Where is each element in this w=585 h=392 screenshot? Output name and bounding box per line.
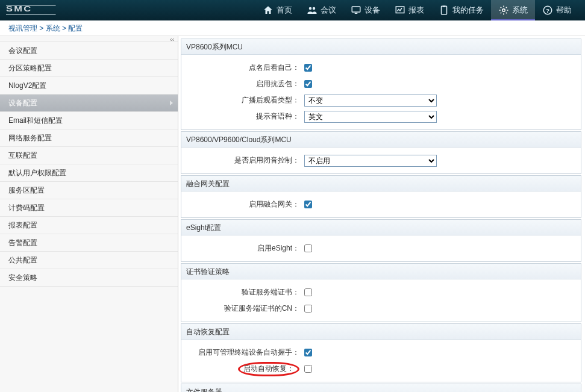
nav-label: 首页 <box>277 5 292 16</box>
sidebar-list: 会议配置 分区策略配置 NlogV2配置 设备配置 Email和短信配置 网络服… <box>0 42 178 287</box>
svg-rect-4 <box>355 13 358 14</box>
nav-label: 会议 <box>321 5 336 16</box>
sidebar-item-interconnect[interactable]: 互联配置 <box>0 147 178 164</box>
label-broadcast-view: 广播后观看类型： <box>181 95 302 105</box>
nav-home[interactable]: 首页 <box>255 0 299 20</box>
content-area: VP8600系列MCU 点名后看自己： 启用抗丢包： 广播后观看类型： 不变 提… <box>178 36 585 392</box>
label-enable-fusion: 启用融合网关： <box>181 199 302 210</box>
svg-rect-1 <box>6 5 56 6</box>
top-header: SMC 首页 会议 设备 报表 我的任务 系统 ? <box>0 0 585 20</box>
nav-label: 报表 <box>408 5 424 16</box>
sidebar-item-network[interactable]: 网络服务配置 <box>0 129 178 147</box>
svg-text:?: ? <box>546 7 549 14</box>
home-icon <box>263 5 274 16</box>
sidebar-item-default-perm[interactable]: 默认用户权限配置 <box>0 164 178 182</box>
svg-point-8 <box>502 9 505 12</box>
panel-fusion-gateway: 融合网关配置 启用融合网关： <box>181 175 581 218</box>
panel-cert-policy: 证书验证策略 验证服务端证书： 验证服务端证书的CN： <box>181 263 581 322</box>
label-auto-handshake: 启用可管理终端设备自动握手： <box>181 347 302 358</box>
panel-title: VP8600系列MCU <box>181 39 581 55</box>
checkbox-auto-recovery[interactable] <box>304 365 312 373</box>
svg-rect-2 <box>6 14 56 15</box>
main: ‹‹ 会议配置 分区策略配置 NlogV2配置 设备配置 Email和短信配置 … <box>0 36 585 392</box>
sidebar-item-zone-policy[interactable]: 分区策略配置 <box>0 60 178 77</box>
meeting-icon <box>307 5 318 16</box>
select-prompt-lang[interactable]: 英文 <box>304 111 437 123</box>
panel-vp8600-mcu: VP8600系列MCU 点名后看自己： 启用抗丢包： 广播后观看类型： 不变 提… <box>181 39 581 130</box>
label-mute-control: 是否启用闭音控制： <box>181 155 302 166</box>
nav-tasks[interactable]: 我的任务 <box>431 0 491 20</box>
help-icon: ? <box>542 5 553 16</box>
panel-title: 证书验证策略 <box>181 264 581 279</box>
checkbox-verify-cert[interactable] <box>304 288 312 296</box>
sidebar-item-public[interactable]: 公共配置 <box>0 252 178 269</box>
panel-esight: eSight配置 启用eSight： <box>181 219 581 262</box>
checkbox-enable-fusion[interactable] <box>304 201 312 208</box>
label-auto-recovery: 启动自动恢复： <box>181 362 302 376</box>
checkbox-auto-handshake[interactable] <box>304 349 312 356</box>
svg-text:SMC: SMC <box>6 5 32 13</box>
logo: SMC <box>6 5 187 16</box>
checkbox-enable-esight[interactable] <box>304 244 312 252</box>
sidebar-item-report-config[interactable]: 报表配置 <box>0 217 178 234</box>
panel-vp8600-9600-cloud: VP8600/VP9600/Cloud系列MCU 是否启用闭音控制： 不启用 <box>181 131 581 174</box>
nav-label: 系统 <box>512 5 528 16</box>
nav-help[interactable]: ? 帮助 <box>535 0 579 20</box>
report-icon <box>395 5 405 16</box>
logo-svg: SMC <box>6 5 78 16</box>
checkbox-verify-cn[interactable] <box>304 305 312 313</box>
sidebar: ‹‹ 会议配置 分区策略配置 NlogV2配置 设备配置 Email和短信配置 … <box>0 36 178 392</box>
nav-meeting[interactable]: 会议 <box>299 0 343 20</box>
sidebar-item-email-sms[interactable]: Email和短信配置 <box>0 112 178 129</box>
label-anti-loss: 启用抗丢包： <box>181 79 302 89</box>
nav-device[interactable]: 设备 <box>343 0 387 20</box>
svg-rect-5 <box>396 7 404 13</box>
top-nav: 首页 会议 设备 报表 我的任务 系统 ? 帮助 <box>255 0 579 20</box>
checkbox-rollcall-self[interactable] <box>304 64 312 72</box>
panel-auto-recovery: 自动恢复配置 启用可管理终端设备自动握手： 启动自动恢复： <box>181 323 581 382</box>
svg-rect-6 <box>442 6 447 14</box>
checkbox-anti-loss[interactable] <box>304 80 312 88</box>
label-verify-cert: 验证服务端证书： <box>181 287 302 297</box>
highlight-annotation: 启动自动恢复： <box>238 362 299 376</box>
svg-rect-7 <box>443 6 446 7</box>
nav-label: 我的任务 <box>452 5 484 16</box>
nav-label: 设备 <box>364 5 380 16</box>
sidebar-item-security[interactable]: 安全策略 <box>0 269 178 287</box>
sidebar-item-billing[interactable]: 计费码配置 <box>0 199 178 217</box>
panel-title: 文件服务器 <box>181 384 581 392</box>
nav-system[interactable]: 系统 <box>491 0 535 20</box>
nav-label: 帮助 <box>556 5 572 16</box>
panel-title: eSight配置 <box>181 220 581 235</box>
label-enable-esight: 启用eSight： <box>181 243 302 254</box>
label-prompt-lang: 提示音语种： <box>181 111 302 122</box>
label-rollcall-self: 点名后看自己： <box>181 63 302 73</box>
sidebar-item-device-config[interactable]: 设备配置 <box>0 95 178 112</box>
svg-rect-3 <box>352 7 360 12</box>
panel-title: 融合网关配置 <box>181 176 581 191</box>
gear-icon <box>498 5 509 16</box>
nav-report[interactable]: 报表 <box>387 0 431 20</box>
sidebar-item-alarm[interactable]: 告警配置 <box>0 234 178 252</box>
sidebar-item-service-area[interactable]: 服务区配置 <box>0 182 178 199</box>
sidebar-item-nlogv2[interactable]: NlogV2配置 <box>0 77 178 95</box>
sidebar-collapse[interactable]: ‹‹ <box>0 36 178 42</box>
breadcrumb: 视讯管理 > 系统 > 配置 <box>0 20 585 36</box>
panel-file-server: 文件服务器 文件服务器地址(IPv4)： <box>181 384 581 392</box>
panel-title: 自动恢复配置 <box>181 324 581 340</box>
label-verify-cn: 验证服务端证书的CN： <box>181 303 302 314</box>
tasks-icon <box>439 5 449 16</box>
panel-title: VP8600/VP9600/Cloud系列MCU <box>181 132 581 148</box>
select-broadcast-view[interactable]: 不变 <box>304 95 437 107</box>
device-icon <box>351 5 361 16</box>
sidebar-item-meeting-config[interactable]: 会议配置 <box>0 42 178 60</box>
select-mute-control[interactable]: 不启用 <box>304 155 437 167</box>
